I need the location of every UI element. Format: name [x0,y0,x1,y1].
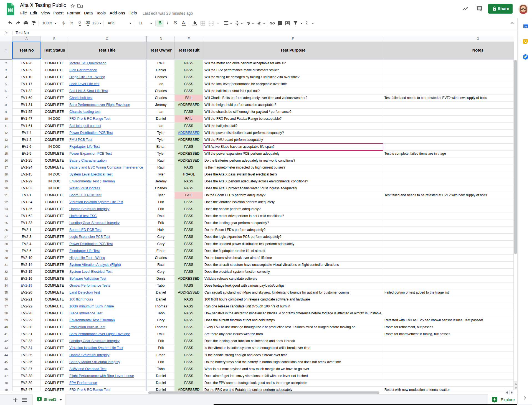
svg-text:31: 31 [524,25,527,28]
svg-text:1: 1 [39,397,40,401]
